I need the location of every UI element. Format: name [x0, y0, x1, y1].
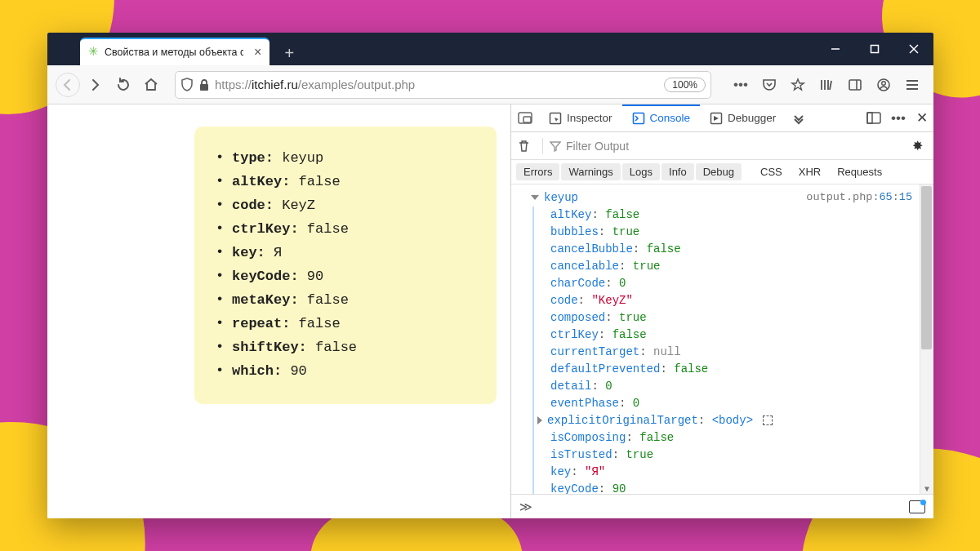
- bookmark-icon[interactable]: [785, 73, 811, 97]
- devtools-menu-icon[interactable]: •••: [886, 106, 911, 131]
- event-property: ctrlKey: false: [216, 217, 475, 241]
- home-button[interactable]: [139, 73, 163, 97]
- console-property[interactable]: defaultPrevented: false: [550, 361, 927, 378]
- cat-css[interactable]: CSS: [753, 163, 790, 180]
- debugger-icon: [710, 112, 723, 125]
- svg-rect-4: [200, 84, 208, 91]
- console-settings-icon[interactable]: ✸: [907, 138, 927, 153]
- zoom-badge[interactable]: 100%: [664, 78, 706, 92]
- iframe-picker-icon[interactable]: [511, 104, 539, 131]
- svg-rect-1: [871, 46, 879, 53]
- reload-button[interactable]: [111, 73, 136, 97]
- cat-info[interactable]: Info: [662, 163, 694, 180]
- clear-console-icon[interactable]: [518, 140, 536, 153]
- devtools-close-icon[interactable]: ✕: [911, 109, 933, 127]
- console-prompt-icon: ≫: [519, 500, 532, 514]
- tab-debugger[interactable]: Debugger: [700, 104, 786, 131]
- tabs-overflow-icon[interactable]: [786, 104, 812, 131]
- tabstrip: ✳ Свойства и методы объекта с × +: [47, 33, 302, 65]
- console-property[interactable]: detail: 0: [550, 378, 927, 395]
- devtools-dock-icon[interactable]: [862, 106, 886, 131]
- pocket-icon[interactable]: [756, 73, 782, 97]
- filter-input[interactable]: Filter Output: [550, 140, 901, 153]
- navbar: https://itchief.ru/examples/output.php 1…: [47, 65, 933, 104]
- event-property: type: keyup: [216, 146, 475, 170]
- node-highlight-icon[interactable]: [763, 415, 773, 425]
- page-viewport[interactable]: type: keyupaltKey: falsecode: KeyZctrlKe…: [47, 104, 510, 518]
- console-input-row[interactable]: ≫: [511, 494, 933, 518]
- close-button[interactable]: [894, 33, 933, 65]
- cat-errors[interactable]: Errors: [516, 163, 559, 180]
- url-bar[interactable]: https://itchief.ru/examples/output.php 1…: [175, 71, 711, 99]
- svg-rect-10: [523, 117, 531, 122]
- console-property[interactable]: isComposing: false: [550, 429, 927, 447]
- cat-logs[interactable]: Logs: [622, 163, 660, 180]
- menu-button[interactable]: [899, 73, 925, 97]
- tab-inspector[interactable]: Inspector: [539, 104, 622, 131]
- tab-title: Свойства и методы объекта с: [105, 47, 243, 58]
- event-property: code: KeyZ: [216, 193, 475, 217]
- svg-rect-9: [519, 113, 532, 123]
- content-area: type: keyupaltKey: falsecode: KeyZctrlKe…: [47, 104, 933, 518]
- console-filterbar: Filter Output ✸: [511, 132, 933, 160]
- cat-xhr[interactable]: XHR: [791, 163, 828, 180]
- split-console-icon[interactable]: [909, 500, 925, 513]
- console-property[interactable]: ctrlKey: false: [550, 327, 927, 344]
- event-property: altKey: false: [216, 170, 475, 193]
- shield-icon[interactable]: [180, 78, 194, 92]
- browser-window: ✳ Свойства и методы объекта с × +: [47, 33, 933, 518]
- browser-tab[interactable]: ✳ Свойства и методы объекта с ×: [80, 38, 270, 65]
- new-tab-button[interactable]: +: [276, 41, 302, 65]
- tab-close-icon[interactable]: ×: [254, 45, 261, 60]
- account-icon[interactable]: [871, 73, 897, 97]
- back-button[interactable]: [56, 73, 80, 97]
- console-property[interactable]: charCode: 0: [550, 275, 927, 292]
- svg-rect-15: [867, 113, 872, 123]
- console-property[interactable]: eventPhase: 0: [550, 395, 927, 412]
- console-property[interactable]: cancelBubble: false: [550, 241, 927, 258]
- cat-debug[interactable]: Debug: [696, 163, 742, 180]
- titlebar: ✳ Свойства и методы объекта с × +: [47, 33, 933, 65]
- sidebar-icon[interactable]: [842, 73, 868, 97]
- devtools-tabstrip: Inspector Console Debugger •••: [511, 104, 933, 132]
- toolbar-right: •••: [728, 73, 925, 97]
- disclosure-right-icon[interactable]: [537, 416, 542, 424]
- forward-button[interactable]: [83, 73, 108, 97]
- event-card: type: keyupaltKey: falsecode: KeyZctrlKe…: [194, 127, 497, 404]
- console-property[interactable]: bubbles: true: [550, 224, 927, 241]
- console-property[interactable]: explicitOriginalTarget: <body>: [550, 412, 927, 429]
- console-output[interactable]: output.php:65:15 keyup altKey: falsebubb…: [511, 184, 933, 494]
- disclosure-down-icon[interactable]: [531, 195, 539, 200]
- log-source-link[interactable]: output.php:65:15: [806, 189, 912, 206]
- page-actions-icon[interactable]: •••: [728, 73, 754, 97]
- window-controls: [816, 33, 933, 65]
- tab-console[interactable]: Console: [622, 104, 701, 131]
- console-property[interactable]: key: "Я": [550, 464, 927, 481]
- event-property: key: Я: [216, 241, 475, 264]
- event-property: shiftKey: false: [216, 335, 475, 359]
- event-property: repeat: false: [216, 312, 475, 335]
- console-property[interactable]: currentTarget: null: [550, 344, 927, 361]
- cat-warnings[interactable]: Warnings: [561, 163, 620, 180]
- scrollbar-thumb[interactable]: [921, 186, 932, 349]
- console-property[interactable]: altKey: false: [550, 207, 927, 224]
- console-icon: [632, 112, 645, 125]
- event-property: keyCode: 90: [216, 264, 475, 288]
- console-property[interactable]: isTrusted: true: [550, 447, 927, 464]
- svg-point-8: [882, 81, 886, 85]
- console-property[interactable]: composed: true: [550, 309, 927, 327]
- console-property[interactable]: keyCode: 90: [550, 481, 927, 494]
- console-scrollbar[interactable]: ▲ ▼: [920, 184, 933, 494]
- cat-requests[interactable]: Requests: [830, 163, 889, 180]
- inspector-icon: [549, 112, 562, 125]
- event-property: metaKey: false: [216, 288, 475, 312]
- favicon-icon: ✳: [88, 44, 99, 59]
- url-text: https://itchief.ru/examples/output.php: [215, 78, 656, 91]
- lock-icon[interactable]: [198, 78, 210, 91]
- maximize-button[interactable]: [855, 33, 894, 65]
- console-property[interactable]: cancelable: true: [550, 258, 927, 275]
- minimize-button[interactable]: [816, 33, 855, 65]
- console-property[interactable]: code: "KeyZ": [550, 292, 927, 309]
- svg-rect-14: [867, 113, 880, 123]
- library-icon[interactable]: [813, 73, 840, 97]
